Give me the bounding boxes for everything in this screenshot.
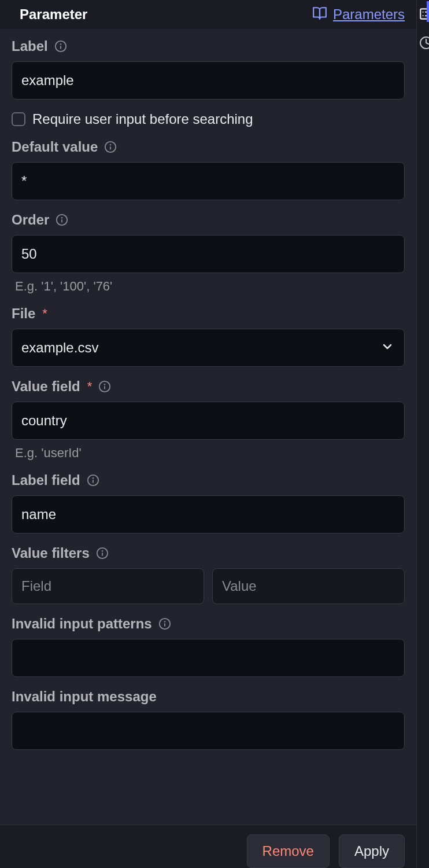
label-field-label: Label field <box>12 472 80 488</box>
order-hint: E.g. '1', '100', '76' <box>12 279 405 294</box>
info-icon[interactable] <box>103 140 117 154</box>
label-field-group: Label field <box>12 472 405 534</box>
value-filters-group: Value filters <box>12 545 405 604</box>
invalid-message-group: Invalid input message <box>12 689 405 750</box>
value-field-label: Value field <box>12 378 80 395</box>
invalid-patterns-label: Invalid input patterns <box>12 616 152 632</box>
clock-icon[interactable] <box>417 34 429 52</box>
svg-point-5 <box>110 145 111 145</box>
value-filters-label: Value filters <box>12 545 90 561</box>
invalid-patterns-input[interactable] <box>12 639 405 677</box>
form-container: Label Require user input before searchin… <box>0 29 416 825</box>
footer: Remove Apply <box>0 825 416 868</box>
invalid-message-input[interactable] <box>12 712 405 750</box>
label-input[interactable] <box>12 61 405 100</box>
info-icon[interactable] <box>158 617 172 631</box>
require-input-checkbox[interactable] <box>12 112 25 126</box>
file-group: File * example.csv <box>12 306 405 367</box>
info-icon[interactable] <box>55 213 69 227</box>
value-field-input[interactable] <box>12 402 405 440</box>
require-input-label: Require user input before searching <box>32 111 253 127</box>
svg-point-26 <box>420 37 429 49</box>
default-value-group: Default value <box>12 139 405 200</box>
invalid-message-label: Invalid input message <box>12 689 157 705</box>
label-group: Label <box>12 38 405 100</box>
svg-point-17 <box>102 551 102 551</box>
required-marker: * <box>42 306 47 321</box>
file-label: File <box>12 306 35 322</box>
svg-point-2 <box>60 44 61 45</box>
value-field-group: Value field * E.g. 'userId' <box>12 378 405 461</box>
value-field-hint: E.g. 'userId' <box>12 446 405 461</box>
svg-point-20 <box>164 621 165 622</box>
filter-value-input[interactable] <box>212 568 405 604</box>
remove-button[interactable]: Remove <box>247 834 330 868</box>
right-rail <box>416 0 429 868</box>
default-value-label: Default value <box>12 139 98 155</box>
svg-point-8 <box>62 218 62 218</box>
info-icon[interactable] <box>95 546 109 560</box>
label-field-input[interactable] <box>12 495 405 534</box>
active-indicator <box>427 1 429 22</box>
order-group: Order E.g. '1', '100', '76' <box>12 212 405 294</box>
apply-button[interactable]: Apply <box>339 834 405 868</box>
default-value-input[interactable] <box>12 162 405 200</box>
file-select-value: example.csv <box>12 329 405 367</box>
invalid-patterns-group: Invalid input patterns <box>12 616 405 677</box>
panel-title: Parameter <box>20 6 87 23</box>
require-input-row: Require user input before searching <box>12 111 405 127</box>
svg-point-11 <box>105 384 105 385</box>
docs-link[interactable]: Parameters <box>312 6 405 23</box>
filter-field-input[interactable] <box>12 568 204 604</box>
svg-point-14 <box>93 478 93 479</box>
info-icon[interactable] <box>86 473 100 487</box>
file-select[interactable]: example.csv <box>12 329 405 367</box>
book-icon <box>312 6 327 23</box>
info-icon[interactable] <box>54 39 68 53</box>
required-marker: * <box>87 379 93 394</box>
panel-header: Parameter Parameters <box>0 0 416 29</box>
order-label: Order <box>12 212 49 228</box>
parameters-link[interactable]: Parameters <box>333 6 405 23</box>
order-input[interactable] <box>12 235 405 273</box>
label-label: Label <box>12 38 48 54</box>
info-icon[interactable] <box>98 380 112 393</box>
